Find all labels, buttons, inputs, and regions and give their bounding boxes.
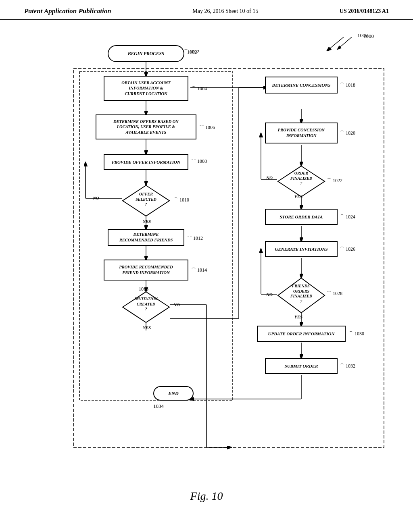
ref-1020: ⌒ 1020 [340,130,355,137]
node-1028: FRIENDS'ORDERSFINALIZED? [277,277,325,314]
ref-1030: ⌒ 1030 [348,330,364,337]
node-1012: DETERMINERECOMMENDED FRIENDS [108,229,184,246]
node-1030: UPDATE ORDER INFORMATION [257,326,346,342]
ref-1012: ⌒ 1012 [187,235,203,242]
header-publication-type: Patent Application Publication [24,7,111,15]
header-date-sheet: May 26, 2016 Sheet 10 of 15 [192,8,258,15]
svg-line-34 [338,37,352,49]
ref-1014: ⌒ 1014 [191,267,207,274]
page-header: Patent Application Publication May 26, 2… [0,0,413,20]
node-1016: INVITATIONCREATED? [122,291,170,323]
ref-1024: ⌒ 1024 [340,214,355,220]
figure-label: Fig. 10 [0,490,413,503]
ref-1028: ⌒ 1028 [327,290,342,297]
node-1006: DETERMINE OFFERS BASED ONLOCATION, USER … [96,114,196,139]
ref-1018: ⌒ 1018 [340,82,355,89]
label-no-1010: NO [93,195,99,200]
label-yes-1022: YES [294,194,302,199]
node-end: END [153,386,194,401]
ref-1006: ⌒ 1006 [199,124,215,131]
node-1004: OBTAIN USER ACCOUNTINFORMATION &CURRENT … [104,76,188,101]
flowchart-diagram: 1000 [33,28,380,484]
label-yes-1010: YES [143,219,151,224]
ref-1008: ⌒ 1008 [191,158,207,165]
ref-1022: ⌒ 1022 [327,177,342,184]
node-1032: SUBMIT ORDER [265,358,338,374]
ref-1010: ⌒ 1010 [173,197,189,204]
node-1024: STORE ORDER DATA [265,209,338,225]
node-1010: OFFERSELECTED? [122,185,170,217]
ref-1004: ⌒ 1004 [191,85,207,92]
diagram-container: 1000 [0,20,413,488]
label-yes-1028: YES [294,314,302,319]
label-no-1022: NO [266,175,273,180]
node-1026: GENERATE INVITATIONS [265,241,338,257]
node-1022: ORDERFINALIZED? [277,165,325,197]
node-1020: PROVIDE CONCESSIONINFORMATION [265,123,338,143]
node-begin-process: BEGIN PROCESS [108,45,184,62]
node-1008: PROVIDE OFFER INFORMATION [104,154,188,170]
label-yes-1016: YES [143,325,151,330]
ref-1034: 1034 [153,403,164,409]
header-patent-number: US 2016/0148123 A1 [340,8,389,15]
label-no-1016: NO [173,302,180,307]
ref-1026: ⌒ 1026 [340,246,355,253]
ref-1032: ⌒ 1032 [340,363,355,370]
label-no-1028: NO [266,292,273,297]
node-1018: DETERMINE CONCESSIONS [265,77,338,94]
ref-num-1000: 1000 [363,33,374,39]
node-1014: PROVIDE RECOMMENDEDFRIEND INFORMATION [104,260,188,281]
ref-arrow-1000 [336,37,356,53]
